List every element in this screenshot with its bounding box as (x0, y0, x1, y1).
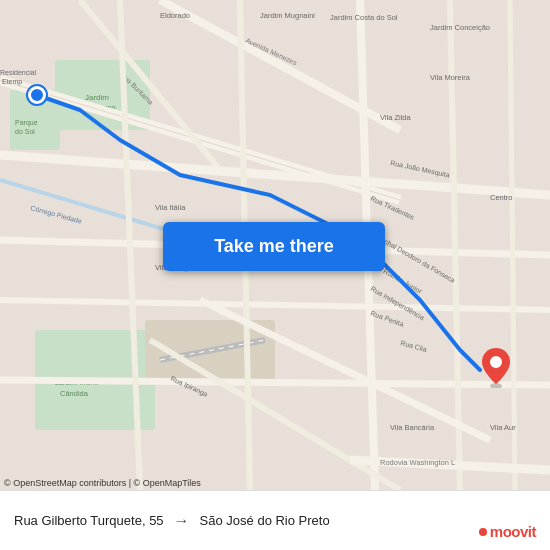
svg-text:Vila Itália: Vila Itália (155, 203, 186, 212)
svg-text:Cândida: Cândida (60, 389, 89, 398)
svg-text:Eldorado: Eldorado (160, 11, 190, 20)
to-location: São José do Rio Preto (200, 513, 330, 528)
moovit-logo: moovit (479, 523, 536, 540)
svg-text:Jardim: Jardim (85, 93, 109, 102)
svg-text:Etemp: Etemp (2, 78, 22, 86)
svg-text:Residencial: Residencial (0, 69, 37, 76)
destination-marker (480, 348, 512, 392)
svg-text:Parque: Parque (15, 119, 38, 127)
svg-point-56 (490, 356, 502, 368)
take-me-there-button[interactable]: Take me there (163, 222, 385, 271)
arrow-icon: → (174, 512, 190, 530)
svg-text:Vila Zilda: Vila Zilda (380, 113, 412, 122)
svg-text:Jardim Mugnaini: Jardim Mugnaini (260, 11, 315, 20)
svg-text:Centro: Centro (490, 193, 513, 202)
svg-text:Jardim Conceição: Jardim Conceição (430, 23, 490, 32)
svg-line-22 (0, 380, 550, 385)
map-container: Jardim Vetorasso Parque do Sol Jardim Ma… (0, 0, 550, 490)
origin-marker (28, 86, 46, 104)
svg-text:Vila Aur: Vila Aur (490, 423, 516, 432)
svg-text:Vila Bancária: Vila Bancária (390, 423, 435, 432)
moovit-dot (479, 528, 487, 536)
svg-text:Vila Moreira: Vila Moreira (430, 73, 471, 82)
moovit-brand-name: moovit (490, 523, 536, 540)
svg-text:Rodovia Washington L: Rodovia Washington L (380, 458, 455, 467)
map-attribution: © OpenStreetMap contributors | © OpenMap… (4, 478, 201, 488)
bottom-bar: Rua Gilberto Turquete, 55 → São José do … (0, 490, 550, 550)
svg-text:do Sol: do Sol (15, 128, 35, 135)
svg-text:Jardim Costa do Sol: Jardim Costa do Sol (330, 13, 398, 22)
from-location: Rua Gilberto Turquete, 55 (14, 513, 164, 528)
